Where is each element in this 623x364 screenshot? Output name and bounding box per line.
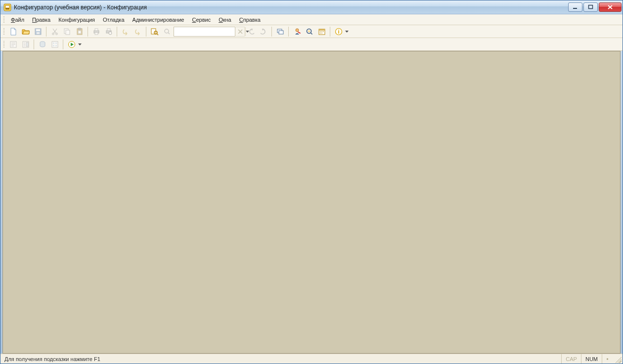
svg-rect-25 bbox=[279, 31, 283, 34]
toolbar-grip[interactable] bbox=[2, 14, 5, 25]
toolbar-main: i bbox=[0, 25, 623, 38]
separator bbox=[271, 27, 272, 37]
svg-point-26 bbox=[296, 29, 299, 32]
separator bbox=[117, 27, 117, 37]
status-hint: Для получения подсказки нажмите F1 bbox=[4, 356, 561, 362]
svg-rect-11 bbox=[66, 30, 70, 35]
find-button[interactable] bbox=[149, 26, 160, 37]
svg-rect-41 bbox=[53, 45, 54, 46]
svg-rect-3 bbox=[573, 8, 577, 9]
svg-point-44 bbox=[607, 358, 608, 360]
status-bar: Для получения подсказки нажмите F1 CAP N… bbox=[0, 354, 623, 364]
search-prev-button[interactable] bbox=[245, 26, 257, 37]
calendar-button[interactable] bbox=[316, 26, 327, 37]
toolbar-config bbox=[0, 38, 623, 51]
window-title: Конфигуратор (учебная версия) - Конфигур… bbox=[14, 4, 568, 11]
svg-rect-17 bbox=[95, 33, 98, 35]
menu-file[interactable]: Файл bbox=[7, 14, 28, 25]
print-button[interactable] bbox=[90, 26, 102, 37]
svg-text:i: i bbox=[338, 29, 339, 35]
new-button[interactable] bbox=[7, 26, 19, 37]
svg-rect-14 bbox=[78, 31, 81, 34]
cut-button[interactable] bbox=[49, 26, 60, 37]
update-db-config-button[interactable] bbox=[37, 39, 48, 50]
separator bbox=[330, 27, 330, 37]
search-clear-button[interactable] bbox=[236, 27, 245, 37]
search-next-button[interactable] bbox=[258, 26, 269, 37]
svg-rect-2 bbox=[5, 8, 9, 9]
minimize-button[interactable] bbox=[568, 2, 582, 12]
title-bar: Конфигуратор (учебная версия) - Конфигур… bbox=[0, 0, 623, 14]
resize-grip[interactable] bbox=[614, 355, 622, 363]
separator bbox=[146, 27, 146, 37]
svg-rect-39 bbox=[53, 42, 54, 44]
close-button[interactable] bbox=[599, 2, 622, 12]
redo-button[interactable] bbox=[132, 26, 143, 37]
menu-service[interactable]: Сервис bbox=[188, 14, 215, 25]
svg-rect-38 bbox=[52, 41, 58, 47]
svg-rect-13 bbox=[78, 28, 81, 30]
toolbar-grip[interactable] bbox=[2, 41, 5, 48]
menu-bar: Файл Правка Конфигурация Отладка Админис… bbox=[0, 14, 623, 25]
svg-point-23 bbox=[165, 29, 169, 33]
separator bbox=[288, 27, 289, 37]
copy-button[interactable] bbox=[61, 26, 73, 37]
search-global-button[interactable] bbox=[304, 26, 315, 37]
workspace-area bbox=[2, 51, 621, 354]
print-preview-button[interactable] bbox=[103, 26, 114, 37]
svg-rect-16 bbox=[95, 29, 98, 31]
menu-windows[interactable]: Окна bbox=[215, 14, 235, 25]
search-input[interactable] bbox=[174, 27, 245, 36]
open-button[interactable] bbox=[20, 26, 31, 37]
menu-help[interactable]: Справка bbox=[235, 14, 265, 25]
config-tree-button[interactable] bbox=[7, 39, 19, 50]
menu-debug[interactable]: Отладка bbox=[99, 14, 128, 25]
help-dropdown[interactable] bbox=[345, 26, 349, 37]
undo-button[interactable] bbox=[120, 26, 131, 37]
separator bbox=[34, 40, 34, 49]
svg-rect-31 bbox=[319, 29, 325, 31]
svg-point-29 bbox=[308, 30, 310, 32]
find-next-button[interactable] bbox=[161, 26, 173, 37]
separator bbox=[88, 27, 88, 37]
svg-point-8 bbox=[52, 33, 54, 35]
svg-rect-19 bbox=[107, 29, 110, 31]
svg-rect-1 bbox=[5, 5, 9, 8]
window-controls bbox=[568, 2, 622, 12]
status-num: NUM bbox=[581, 354, 602, 364]
separator bbox=[63, 40, 63, 49]
svg-point-20 bbox=[109, 32, 112, 35]
toolbar-grip[interactable] bbox=[2, 28, 5, 35]
status-cap: CAP bbox=[561, 354, 581, 364]
svg-rect-42 bbox=[55, 45, 57, 46]
app-icon bbox=[3, 3, 11, 11]
save-button[interactable] bbox=[32, 26, 44, 37]
search-box bbox=[174, 27, 235, 37]
start-debug-dropdown[interactable] bbox=[78, 39, 82, 50]
start-debug-button[interactable] bbox=[66, 39, 77, 50]
svg-rect-40 bbox=[55, 42, 57, 44]
svg-point-9 bbox=[55, 33, 57, 35]
menu-edit[interactable]: Правка bbox=[28, 14, 54, 25]
menu-administration[interactable]: Администрирование bbox=[129, 14, 188, 25]
svg-rect-36 bbox=[26, 42, 28, 46]
app-window: Конфигуратор (учебная версия) - Конфигур… bbox=[0, 0, 623, 364]
copy-window-button[interactable] bbox=[274, 26, 286, 37]
maximize-button[interactable] bbox=[583, 2, 598, 12]
menu-configuration[interactable]: Конфигурация bbox=[54, 14, 99, 25]
syntax-assistant-button[interactable] bbox=[291, 26, 303, 37]
help-button[interactable]: i bbox=[333, 26, 344, 37]
db-config-button[interactable] bbox=[49, 39, 60, 50]
status-indicator bbox=[602, 354, 613, 364]
svg-rect-7 bbox=[37, 32, 40, 34]
separator bbox=[46, 27, 46, 37]
svg-rect-4 bbox=[589, 5, 593, 9]
config-edit-button[interactable] bbox=[20, 39, 31, 50]
svg-rect-6 bbox=[36, 29, 40, 31]
paste-button[interactable] bbox=[74, 26, 85, 37]
